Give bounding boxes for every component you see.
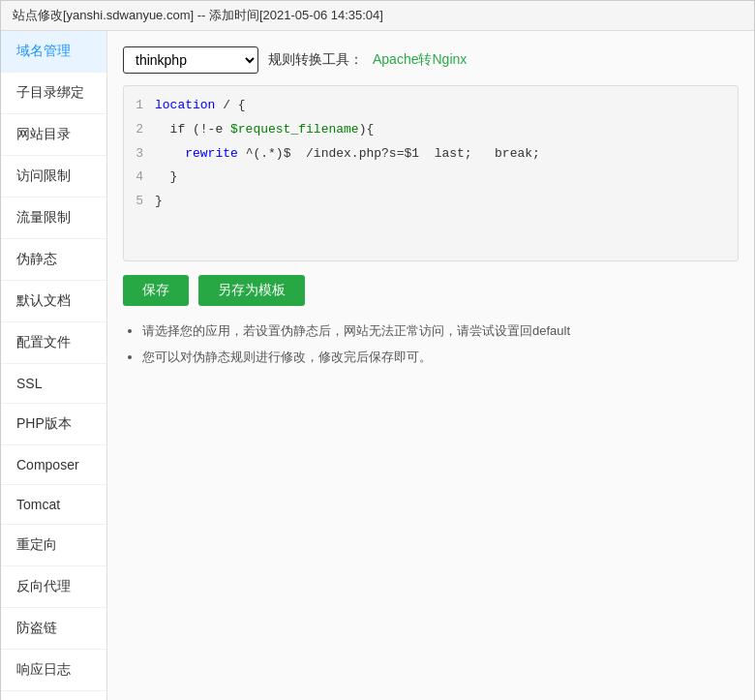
sidebar-item-ssl[interactable]: SSL (1, 364, 106, 404)
line-content: if (!-e $request_filename){ (155, 120, 738, 140)
sidebar-item-composer[interactable]: Composer (1, 445, 106, 485)
rule-convert-label: 规则转换工具： (268, 51, 363, 69)
note-item: 您可以对伪静态规则进行修改，修改完后保存即可。 (142, 348, 739, 368)
code-editor: 1location / {2 if (!-e $request_filename… (123, 85, 739, 261)
code-line: 5} (124, 190, 738, 214)
sidebar-item-default[interactable]: 默认文档 (1, 281, 106, 322)
toolbar: thinkphplaravelwordpressdedecmsdiscuzecs… (123, 46, 739, 74)
sidebar-item-flow[interactable]: 流量限制 (1, 198, 106, 239)
code-line: 3 rewrite ^(.*)$ /index.php?s=$1 last; b… (124, 142, 738, 167)
code-line: 4 } (124, 166, 738, 190)
sidebar-item-tomcat[interactable]: Tomcat (1, 485, 106, 525)
line-number: 1 (124, 96, 155, 116)
sidebar-item-php[interactable]: PHP版本 (1, 404, 106, 445)
sidebar-item-resplog[interactable]: 响应日志 (1, 650, 106, 691)
content-area: thinkphplaravelwordpressdedecmsdiscuzecs… (107, 31, 754, 700)
line-content: location / { (155, 96, 738, 116)
apache-to-nginx-link[interactable]: Apache转Nginx (373, 51, 467, 69)
code-line: 2 if (!-e $request_filename){ (124, 118, 738, 142)
save-button[interactable]: 保存 (123, 275, 189, 306)
main-window: 站点修改[yanshi.sdwanyue.com] -- 添加时间[2021-0… (0, 0, 755, 700)
button-row: 保存 另存为模板 (123, 275, 739, 306)
line-number: 2 (124, 120, 155, 140)
sidebar-item-domain[interactable]: 域名管理 (1, 31, 106, 73)
main-layout: 域名管理子目录绑定网站目录访问限制流量限制伪静态默认文档配置文件SSLPHP版本… (1, 31, 754, 700)
line-number: 4 (124, 167, 155, 188)
sidebar-item-webdir[interactable]: 网站目录 (1, 114, 106, 156)
sidebar-item-access[interactable]: 访问限制 (1, 156, 106, 198)
sidebar-item-pseudo[interactable]: 伪静态 (1, 239, 106, 281)
sidebar-item-hotlink[interactable]: 防盗链 (1, 608, 106, 650)
sidebar-item-subdir[interactable]: 子目录绑定 (1, 73, 106, 114)
sidebar: 域名管理子目录绑定网站目录访问限制流量限制伪静态默认文档配置文件SSLPHP版本… (1, 31, 107, 700)
code-lines: 1location / {2 if (!-e $request_filename… (124, 86, 738, 260)
sidebar-item-errlog[interactable]: 错误日志 (1, 691, 106, 700)
title-text: 站点修改[yanshi.sdwanyue.com] -- 添加时间[2021-0… (13, 8, 383, 22)
sidebar-item-config[interactable]: 配置文件 (1, 322, 106, 364)
code-line: 1location / { (124, 94, 738, 118)
line-number: 5 (124, 192, 155, 212)
line-content: } (155, 167, 738, 188)
note-item: 请选择您的应用，若设置伪静态后，网站无法正常访问，请尝试设置回default (142, 321, 739, 342)
line-content: } (155, 192, 738, 212)
app-select[interactable]: thinkphplaravelwordpressdedecmsdiscuzecs… (123, 46, 258, 74)
line-number: 3 (124, 144, 155, 165)
sidebar-item-redirect[interactable]: 重定向 (1, 525, 106, 566)
line-content: rewrite ^(.*)$ /index.php?s=$1 last; bre… (155, 144, 738, 165)
title-bar: 站点修改[yanshi.sdwanyue.com] -- 添加时间[2021-0… (1, 1, 754, 31)
notes-list: 请选择您的应用，若设置伪静态后，网站无法正常访问，请尝试设置回default您可… (123, 321, 739, 368)
save-as-template-button[interactable]: 另存为模板 (198, 275, 305, 306)
sidebar-item-reverse[interactable]: 反向代理 (1, 566, 106, 608)
